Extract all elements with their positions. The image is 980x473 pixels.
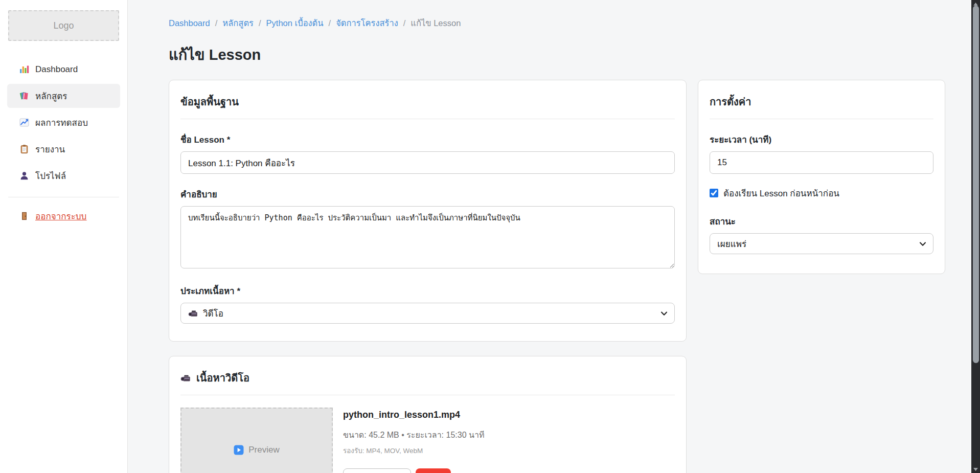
breadcrumb-separator: / xyxy=(329,18,331,28)
breadcrumb-course-python[interactable]: Python เบื้องต้น xyxy=(266,16,324,30)
content-columns: ข้อมูลพื้นฐาน ชื่อ Lesson * คำอธิบาย บทเ… xyxy=(169,80,945,473)
status-select[interactable]: เผยแพร่ xyxy=(710,233,933,254)
logo-placeholder: Logo xyxy=(8,10,119,41)
status-label: สถานะ xyxy=(710,214,933,228)
sidebar: Logo Dashboard xyxy=(0,0,128,473)
breadcrumb-separator: / xyxy=(259,18,261,28)
video-camera-icon xyxy=(180,373,191,384)
content-type-select[interactable]: วิดีโอ xyxy=(180,303,675,324)
logout-label: ออกจากระบบ xyxy=(35,209,86,223)
main-content: Dashboard / หลักสูตร / Python เบื้องต้น … xyxy=(128,0,971,473)
video-preview[interactable]: Preview xyxy=(180,408,333,473)
logo-text: Logo xyxy=(53,20,74,31)
sidebar-item-test-results[interactable]: ผลการทดสอบ xyxy=(7,110,120,134)
sidebar-item-dashboard[interactable]: Dashboard xyxy=(7,57,120,81)
sidebar-item-reports[interactable]: รายงาน xyxy=(7,137,120,161)
video-preview-label: Preview xyxy=(248,445,279,455)
breadcrumb-courses[interactable]: หลักสูตร xyxy=(222,16,254,30)
breadcrumb: Dashboard / หลักสูตร / Python เบื้องต้น … xyxy=(169,16,945,30)
video-meta: ขนาด: 45.2 MB • ระยะเวลา: 15:30 นาที xyxy=(343,429,484,441)
video-info: python_intro_lesson1.mp4 ขนาด: 45.2 MB •… xyxy=(343,408,484,473)
lesson-name-input[interactable] xyxy=(180,151,675,174)
breadcrumb-current: แก้ไข Lesson xyxy=(411,16,461,30)
vertical-scrollbar[interactable] xyxy=(971,0,980,473)
prerequisite-label: ต้องเรียน Lesson ก่อนหน้าก่อน xyxy=(723,186,839,200)
breadcrumb-structure[interactable]: จัดการโครงสร้าง xyxy=(336,16,398,30)
video-buttons: เปลี่ยนวิดีโอ ลบ xyxy=(343,468,484,473)
lesson-name-label: ชื่อ Lesson * xyxy=(180,132,675,146)
video-filename: python_intro_lesson1.mp4 xyxy=(343,410,484,420)
sidebar-item-label: หลักสูตร xyxy=(35,89,67,103)
description-label: คำอธิบาย xyxy=(180,187,675,201)
breadcrumb-dashboard[interactable]: Dashboard xyxy=(169,18,210,28)
logout-link[interactable]: ออกจากระบบ xyxy=(7,205,120,227)
scrollbar-down-arrow[interactable] xyxy=(971,465,980,473)
change-video-button[interactable]: เปลี่ยนวิดีโอ xyxy=(343,468,411,473)
page-title: แก้ไข Lesson xyxy=(169,43,945,66)
line-chart-icon xyxy=(19,118,29,127)
scrollbar-thumb[interactable] xyxy=(973,6,979,363)
main-column: ข้อมูลพื้นฐาน ชื่อ Lesson * คำอธิบาย บทเ… xyxy=(169,80,687,473)
duration-label: ระยะเวลา (นาที) xyxy=(710,132,933,146)
content-type-value: วิดีโอ xyxy=(203,306,223,320)
sidebar-nav: Dashboard หลักสูตร xyxy=(7,57,120,188)
prerequisite-checkbox[interactable] xyxy=(710,189,718,197)
settings-card: การตั้งค่า ระยะเวลา (นาที) ต้องเรียน Les… xyxy=(698,80,945,274)
sidebar-item-profile[interactable]: โปรไฟล์ xyxy=(7,164,120,188)
sidebar-item-label: รายงาน xyxy=(35,142,65,156)
side-column: การตั้งค่า ระยะเวลา (นาที) ต้องเรียน Les… xyxy=(698,80,945,274)
door-icon xyxy=(19,211,29,221)
delete-video-button[interactable]: ลบ xyxy=(416,468,451,473)
sidebar-item-label: ผลการทดสอบ xyxy=(35,116,88,129)
sidebar-divider xyxy=(8,197,119,197)
video-camera-icon xyxy=(188,308,198,319)
breadcrumb-separator: / xyxy=(215,18,218,28)
video-card: เนื้อหาวิดีโอ Preview xyxy=(169,356,687,473)
duration-input[interactable] xyxy=(710,151,933,174)
chevron-down-icon xyxy=(660,308,668,319)
play-icon xyxy=(234,445,244,455)
sidebar-item-label: Dashboard xyxy=(35,64,78,75)
video-row: Preview python_intro_lesson1.mp4 ขนาด: 4… xyxy=(180,408,675,473)
video-card-header: เนื้อหาวิดีโอ xyxy=(180,370,675,395)
clipboard-icon xyxy=(19,144,29,154)
chevron-down-icon xyxy=(919,239,926,249)
video-card-title: เนื้อหาวิดีโอ xyxy=(196,370,249,386)
books-icon xyxy=(19,91,29,101)
status-value: เผยแพร่ xyxy=(717,237,746,251)
basic-info-card: ข้อมูลพื้นฐาน ชื่อ Lesson * คำอธิบาย บทเ… xyxy=(169,80,687,342)
content-type-label: ประเภทเนื้อหา * xyxy=(180,284,675,298)
sidebar-item-label: โปรไฟล์ xyxy=(35,169,66,183)
description-textarea[interactable]: บทเรียนนี้จะอธิบายว่า Python คืออะไร ประ… xyxy=(180,206,675,268)
video-supported-formats: รองรับ: MP4, MOV, WebM xyxy=(343,445,484,456)
person-icon xyxy=(19,171,29,181)
prerequisite-row[interactable]: ต้องเรียน Lesson ก่อนหน้าก่อน xyxy=(710,186,933,200)
basic-info-title: ข้อมูลพื้นฐาน xyxy=(180,94,675,119)
bar-chart-icon xyxy=(19,64,29,74)
breadcrumb-separator: / xyxy=(403,18,406,28)
app: Logo Dashboard xyxy=(0,0,971,473)
sidebar-item-courses[interactable]: หลักสูตร xyxy=(7,84,120,108)
settings-title: การตั้งค่า xyxy=(710,94,933,119)
